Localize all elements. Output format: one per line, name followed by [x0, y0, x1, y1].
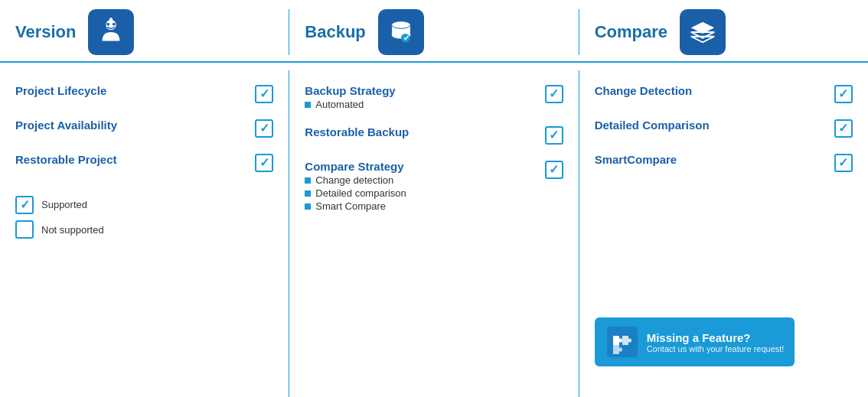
missing-feature-banner[interactable]: Missing a Feature? Contact us with your … — [595, 317, 795, 366]
backup-col-header: Backup — [289, 9, 578, 55]
backup-strategy-label: Backup Strategy — [305, 84, 535, 97]
restorable-project-label: Restorable Project — [15, 153, 246, 166]
version-icon-box — [88, 9, 134, 55]
backup-strategy-checkbox — [545, 85, 563, 103]
feature-restorable-backup: Restorable Backup — [305, 118, 563, 152]
compare-icon-box — [680, 9, 726, 55]
project-availability-label: Project Availability — [15, 119, 246, 132]
svg-point-11 — [401, 34, 410, 42]
version-col-body: Project Lifecycle Project Availability R… — [0, 70, 289, 397]
compare-strategy-sub3: Smart Compare — [315, 200, 386, 212]
missing-feature-title: Missing a Feature? — [647, 331, 785, 344]
feature-project-lifecycle: Project Lifecycle — [15, 76, 273, 111]
backup-icon-box — [378, 9, 424, 55]
smartcompare-checkbox — [834, 154, 853, 172]
compare-strategy-checkbox — [545, 161, 563, 179]
compare-title: Compare — [595, 22, 667, 42]
legend-not-supported: Not supported — [15, 220, 273, 239]
backup-header: Backup — [305, 9, 563, 55]
bullet-icon — [305, 203, 311, 210]
bullet-icon — [305, 177, 311, 184]
compare-strategy-sub: Change detection Detailed comparison Sma… — [305, 174, 535, 212]
backup-title: Backup — [305, 22, 365, 42]
detailed-comparison-label: Detailed Comparison — [595, 119, 825, 132]
restorable-project-checkbox — [255, 154, 273, 172]
bullet-icon — [305, 102, 311, 108]
feature-smartcompare: SmartCompare — [595, 145, 853, 180]
compare-col-header: Compare — [579, 9, 868, 55]
main-container: Version Backup — [0, 0, 868, 397]
legend-not-supported-icon — [15, 220, 34, 239]
project-lifecycle-checkbox — [255, 85, 273, 103]
legend-not-supported-label: Not supported — [41, 224, 104, 236]
legend-supported-icon — [15, 196, 34, 214]
version-header: Version — [15, 9, 273, 55]
project-lifecycle-label: Project Lifecycle — [15, 84, 246, 97]
compare-strategy-sub1: Change detection — [315, 174, 393, 186]
compare-col-body: Change Detection Detailed Comparison Sma… — [579, 70, 868, 397]
smartcompare-label: SmartCompare — [595, 153, 825, 166]
change-detection-checkbox — [834, 85, 853, 103]
backup-strategy-automated: Automated — [315, 99, 364, 110]
version-col-header: Version — [0, 9, 289, 55]
feature-compare-strategy: Compare Strategy Change detection Detail… — [305, 152, 563, 220]
bullet-icon — [305, 190, 311, 197]
feature-project-availability: Project Availability — [15, 111, 273, 145]
missing-feature-subtitle: Contact us with your feature request! — [647, 344, 785, 353]
header-row: Version Backup — [0, 0, 868, 63]
svg-point-1 — [107, 23, 110, 26]
compare-strategy-sub-2: Detailed comparison — [305, 187, 535, 199]
body-row: Project Lifecycle Project Availability R… — [0, 63, 868, 397]
project-availability-checkbox — [255, 119, 273, 138]
compare-strategy-label: Compare Strategy — [305, 160, 535, 173]
database-icon — [387, 18, 416, 47]
svg-point-2 — [113, 23, 116, 26]
restorable-backup-label: Restorable Backup — [305, 125, 535, 138]
detailed-comparison-checkbox — [834, 119, 853, 138]
compare-strategy-sub2: Detailed comparison — [315, 187, 406, 199]
feature-detailed-comparison: Detailed Comparison — [595, 111, 853, 145]
feature-backup-strategy: Backup Strategy Automated — [305, 76, 563, 118]
person-robot-icon — [96, 18, 126, 47]
legend-supported: Supported — [15, 195, 273, 214]
compare-strategy-sub-1: Change detection — [305, 174, 535, 186]
missing-feature-text: Missing a Feature? Contact us with your … — [647, 331, 785, 353]
restorable-backup-checkbox — [545, 126, 563, 145]
change-detection-label: Change Detection — [595, 84, 825, 97]
compare-header: Compare — [595, 9, 853, 55]
feature-restorable-project: Restorable Project — [15, 145, 273, 180]
puzzle-icon — [605, 325, 639, 359]
svg-point-4 — [110, 18, 113, 21]
feature-change-detection: Change Detection — [595, 76, 853, 111]
legend-supported-label: Supported — [41, 199, 87, 210]
compare-strategy-sub-3: Smart Compare — [305, 200, 535, 212]
backup-strategy-sub-1: Automated — [305, 99, 535, 110]
backup-strategy-sub: Automated — [305, 99, 535, 110]
version-title: Version — [15, 22, 76, 42]
backup-col-body: Backup Strategy Automated Restorable Bac… — [289, 70, 578, 397]
layers-icon — [688, 18, 717, 47]
